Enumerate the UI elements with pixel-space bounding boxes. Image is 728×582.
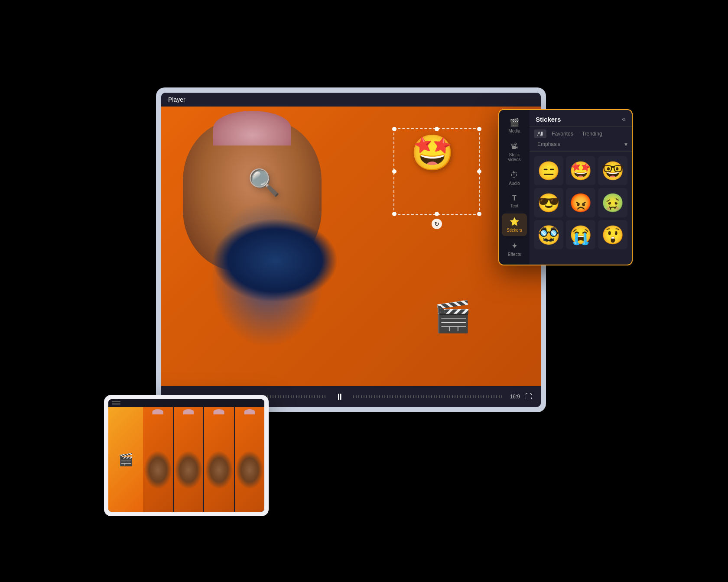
emoji-expressionless[interactable]: 😑 [534,156,563,185]
sidebar-label-audio: Audio [509,181,520,186]
timeline-thumb-3 [204,407,234,512]
mobile-timeline [143,407,264,512]
emoji-sunglasses[interactable]: 😎 [534,188,563,217]
mobile-menu-lines [112,401,120,405]
thumb-hat-2 [183,409,194,414]
panel-layout: 🎬 Media 📽 Stock videos ⏱ Audio T Text ⭐ [499,110,632,265]
timeline-thumb-4 [235,407,265,512]
sidebar-item-stickers[interactable]: ⭐ Stickers [502,213,527,236]
aspect-ratio-selector[interactable]: 16:9 [510,394,520,400]
thumb-person-3 [204,407,234,512]
timeline-thumb-1 [143,407,173,512]
player-title: Player [168,96,185,103]
menu-line-1 [112,401,120,402]
thumb-person-2 [174,407,204,512]
menu-line-2 [112,403,120,404]
magnifying-glass-emoji: 🔍 [248,167,280,198]
handle-top-left[interactable] [392,127,396,131]
media-icon: 🎬 [510,118,519,127]
mobile-screen: 🎬 [108,399,264,512]
emoji-angry[interactable]: 😡 [566,188,595,217]
audio-icon: ⏱ [510,171,518,180]
emoji-astonished[interactable]: 😲 [598,220,627,249]
effects-icon: ✦ [511,241,518,251]
stickers-tab-bar: All Favorites Trending Emphasis ▾ [530,127,632,152]
scene: Player 🔍 [104,53,624,529]
camera-sticker[interactable]: 🎬 [434,299,471,334]
mobile-preview-panel: 🎬 [108,407,143,512]
mobile-content: 🎬 [108,407,264,512]
stock-icon: 📽 [510,142,518,151]
person-body [161,107,541,386]
handle-bottom-middle[interactable] [435,212,439,216]
sidebar-item-audio[interactable]: ⏱ Audio [502,167,527,189]
panel-sidebar: 🎬 Media 📽 Stock videos ⏱ Audio T Text ⭐ [499,110,530,265]
panel-header: Stickers « [530,110,632,127]
thumb-hat-4 [244,409,255,414]
stickers-icon: ⭐ [510,217,519,226]
tab-emphasis[interactable]: Emphasis [534,140,564,149]
device-screen: Player 🔍 [161,93,541,407]
tab-dropdown-button[interactable]: ▾ [624,141,627,148]
thumb-hat-1 [153,409,163,414]
main-device: Player 🔍 [156,87,546,412]
tab-trending[interactable]: Trending [578,129,606,138]
emoji-nauseated[interactable]: 🤢 [598,188,627,217]
video-sticker-emoji[interactable]: 🤩 [411,133,454,173]
sidebar-item-effects[interactable]: ✦ Effects [502,238,527,260]
thumb-hat-3 [214,409,224,414]
emoji-grid: 😑 🤩 🤓 😎 😡 🤢 🥸 😭 😲 [530,152,632,254]
timeline-thumb-2 [174,407,204,512]
sidebar-label-media: Media [508,129,520,133]
emoji-crying[interactable]: 😭 [566,220,595,249]
sidebar-label-text: Text [510,204,518,208]
video-background: 🔍 ↻ 🤩 [161,107,541,386]
mobile-preview-emoji: 🎬 [118,453,133,467]
player-bar: Player [161,93,541,107]
stickers-panel: 🎬 Media 📽 Stock videos ⏱ Audio T Text ⭐ [498,109,633,265]
emoji-disguised[interactable]: 🥸 [534,220,563,249]
emoji-star-struck[interactable]: 🤩 [566,156,595,185]
collapse-button[interactable]: « [622,115,626,123]
panel-main-content: Stickers « All Favorites Trending Emphas… [530,110,632,265]
handle-bottom-right[interactable] [477,212,481,216]
handle-top-right[interactable] [477,127,481,131]
sidebar-item-stock[interactable]: 📽 Stock videos [502,139,527,165]
emoji-nerd[interactable]: 🤓 [598,156,627,185]
fullscreen-button[interactable]: ⛶ [525,393,532,401]
panel-title: Stickers [536,116,561,123]
handle-middle-left[interactable] [392,169,396,174]
sidebar-item-text[interactable]: T Text [502,191,527,212]
rotate-handle[interactable]: ↻ [432,219,442,229]
sidebar-label-stock: Stock videos [504,152,524,162]
text-icon: T [512,194,517,202]
tab-favorites[interactable]: Favorites [548,129,576,138]
thumb-person-1 [143,407,173,512]
sidebar-item-media[interactable]: 🎬 Media [502,114,527,137]
handle-bottom-left[interactable] [392,212,396,216]
handle-top-middle[interactable] [435,127,439,131]
video-area: 🔍 ↻ 🤩 [161,107,541,386]
handle-middle-right[interactable] [477,169,481,174]
play-pause-button[interactable]: ⏸ [333,390,347,404]
sidebar-label-effects: Effects [508,252,521,257]
sidebar-label-stickers: Stickers [507,228,522,233]
menu-line-3 [112,404,120,405]
mobile-device: 🎬 [104,395,269,516]
timeline-dots-2 [353,395,503,398]
thumb-person-4 [235,407,265,512]
tab-all[interactable]: All [534,129,546,138]
mobile-top-bar [108,399,264,407]
